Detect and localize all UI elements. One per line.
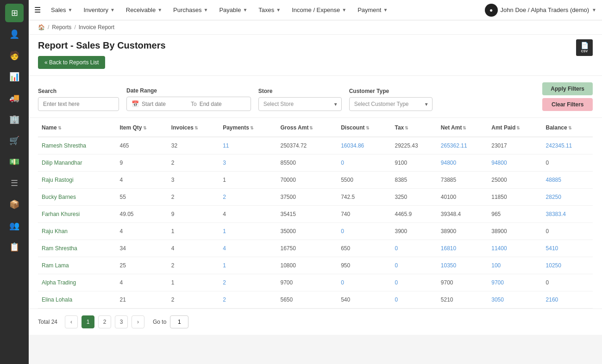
nav-payable[interactable]: Payable ▼: [214, 4, 252, 16]
sort-invoices-icon[interactable]: ⇅: [194, 126, 198, 130]
user-avatar: ●: [485, 4, 498, 17]
table-row: Farhan Khuresi49.0594354157404465.939348…: [38, 206, 593, 223]
sort-discount-icon[interactable]: ⇅: [366, 126, 370, 130]
cell-name[interactable]: Ram Lama: [38, 257, 116, 274]
cell-payments[interactable]: 1: [219, 223, 276, 240]
pagination-bar: Total 24 ‹ 1 2 3 › Go to: [29, 308, 602, 335]
cell-discount: 5500: [337, 172, 391, 189]
cell-invoices: 1: [168, 274, 219, 291]
cell-tax: 4465.9: [391, 206, 437, 223]
sidebar-icon-basket[interactable]: 🛒: [5, 131, 24, 150]
hamburger-icon[interactable]: ☰: [34, 6, 41, 14]
user-menu[interactable]: ● John Doe / Alpha Traders (demo) ▼: [485, 4, 596, 17]
sidebar-icon-chart[interactable]: 📊: [5, 68, 24, 86]
date-end-input[interactable]: [200, 101, 246, 107]
sidebar-icon-box[interactable]: 📦: [5, 195, 24, 214]
sort-amtpaid-icon[interactable]: ⇅: [516, 126, 520, 130]
nav-taxes[interactable]: Taxes ▼: [254, 4, 285, 16]
cell-balance: 28250: [542, 189, 593, 206]
cell-name[interactable]: Ramesh Shrestha: [38, 137, 116, 154]
date-start-input[interactable]: [142, 101, 188, 107]
cell-discount[interactable]: 0: [337, 223, 391, 240]
sidebar-icon-dollar[interactable]: 💵: [5, 153, 24, 171]
goto-input[interactable]: [170, 315, 188, 328]
breadcrumb: 🏠 / Reports / Invoice Report: [29, 20, 602, 35]
sidebar-icon-report[interactable]: 📋: [5, 238, 24, 256]
cell-payments[interactable]: 11: [219, 137, 276, 154]
cell-amtpaid: 23017: [488, 137, 542, 154]
clear-filters-button[interactable]: Clear Filters: [542, 98, 593, 111]
cell-name[interactable]: Ram Shrestha: [38, 240, 116, 257]
breadcrumb-reports[interactable]: Reports: [52, 24, 71, 31]
page-2-button[interactable]: 2: [98, 315, 111, 328]
cell-payments[interactable]: 1: [219, 257, 276, 274]
sort-net-icon[interactable]: ⇅: [463, 126, 466, 130]
col-discount: Discount⇅: [337, 118, 391, 137]
next-page-button[interactable]: ›: [132, 315, 144, 328]
sidebar-icon-building[interactable]: 🏢: [5, 110, 24, 129]
col-amtpaid: Amt Paid⇅: [488, 118, 542, 137]
cell-tax: 3250: [391, 189, 437, 206]
page-1-button[interactable]: 1: [82, 315, 94, 328]
sidebar-icon-list[interactable]: ☰: [5, 174, 24, 192]
nav-inventory[interactable]: Inventory ▼: [79, 4, 119, 16]
cell-name[interactable]: Bucky Barnes: [38, 189, 116, 206]
home-icon[interactable]: 🏠: [38, 24, 45, 31]
nav-income[interactable]: Income / Expense ▼: [287, 4, 351, 16]
sort-gross-icon[interactable]: ⇅: [309, 126, 313, 130]
page-3-button[interactable]: 3: [115, 315, 128, 328]
nav-sales[interactable]: Sales ▼: [46, 4, 77, 16]
cell-name[interactable]: Elina Lohala: [38, 291, 116, 308]
cell-tax: 0: [391, 240, 437, 257]
nav-purchases[interactable]: Purchases ▼: [169, 4, 213, 16]
table-row: Ram Lama25211080095001035010010250: [38, 257, 593, 274]
search-input[interactable]: [38, 97, 119, 111]
cell-name[interactable]: Farhan Khuresi: [38, 206, 116, 223]
cell-discount[interactable]: 0: [337, 154, 391, 172]
cell-discount[interactable]: 16034.86: [337, 137, 391, 154]
cell-payments[interactable]: 4: [219, 240, 276, 257]
sort-balance-icon[interactable]: ⇅: [568, 126, 572, 130]
search-label: Search: [38, 88, 119, 94]
csv-export-icon[interactable]: 📄 CSV: [576, 39, 593, 56]
cell-payments[interactable]: 2: [219, 291, 276, 308]
sort-tax-icon[interactable]: ⇅: [405, 126, 408, 130]
cell-name[interactable]: Raju Khan: [38, 223, 116, 240]
cell-amtpaid: 25000: [488, 172, 542, 189]
cell-gross: 35415: [277, 206, 338, 223]
sidebar-icon-truck[interactable]: 🚚: [5, 89, 24, 107]
sort-payments-icon[interactable]: ⇅: [250, 126, 254, 130]
cell-discount[interactable]: 0: [337, 274, 391, 291]
user-name: John Doe / Alpha Traders (demo): [501, 6, 589, 13]
nav-payment[interactable]: Payment ▼: [353, 4, 392, 16]
sidebar-icon-people[interactable]: 👥: [5, 216, 24, 235]
cell-net: 40100: [437, 189, 488, 206]
cell-amtpaid: 9700: [488, 274, 542, 291]
sidebar-icon-person[interactable]: 🧑: [5, 46, 24, 65]
prev-page-button[interactable]: ‹: [65, 315, 78, 328]
cell-amtpaid: 965: [488, 206, 542, 223]
apply-filters-button[interactable]: Apply Filters: [542, 82, 593, 95]
breadcrumb-invoice-report[interactable]: Invoice Report: [79, 24, 114, 31]
cell-invoices: 2: [168, 154, 219, 172]
store-select-wrapper: Select Store ▼: [258, 97, 342, 111]
cell-payments[interactable]: 3: [219, 154, 276, 172]
back-to-reports-button[interactable]: « Back to Reports List: [38, 56, 105, 69]
nav-receivable[interactable]: Receivable ▼: [121, 4, 167, 16]
sidebar-icon-users[interactable]: 👤: [5, 25, 24, 43]
sort-qty-icon[interactable]: ⇅: [143, 126, 147, 130]
cell-discount: 540: [337, 291, 391, 308]
sidebar-icon-dashboard[interactable]: ⊞: [5, 4, 24, 22]
customer-type-select[interactable]: Select Customer Type: [349, 97, 433, 111]
store-select[interactable]: Select Store: [258, 97, 342, 111]
cell-net: 265362.11: [437, 137, 488, 154]
cell-name[interactable]: Raju Rastogi: [38, 172, 116, 189]
cell-invoices: 2: [168, 189, 219, 206]
cell-payments[interactable]: 2: [219, 274, 276, 291]
cell-qty: 34: [116, 240, 168, 257]
cell-qty: 49.05: [116, 206, 168, 223]
cell-payments[interactable]: 2: [219, 189, 276, 206]
cell-name[interactable]: Alpha Trading: [38, 274, 116, 291]
cell-name[interactable]: Dilip Manandhar: [38, 154, 116, 172]
sort-name-icon[interactable]: ⇅: [58, 126, 62, 130]
